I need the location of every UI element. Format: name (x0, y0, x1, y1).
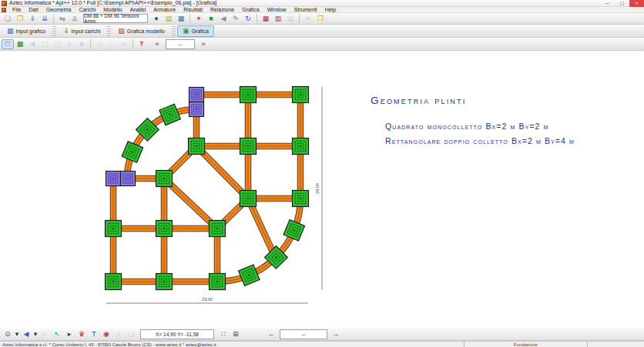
input-grafico-icon: ▦ (7, 28, 14, 35)
plinth[interactable] (283, 220, 304, 241)
refresh-view-icon: ↻ (245, 15, 251, 22)
save-all-button[interactable]: ⇊ (39, 14, 51, 24)
sound-button[interactable]: ◀ (217, 14, 230, 24)
drawing-canvas[interactable]: 29.0029.00 Geometria plinti Quadrato mon… (0, 51, 644, 328)
previous-view-button[interactable]: ◀ (20, 329, 32, 339)
rebar-table-button[interactable]: ▦ (260, 14, 272, 24)
menu-help[interactable]: Help (321, 7, 340, 13)
mdi-child-icon (2, 8, 6, 12)
mesh-colors-button[interactable]: ▦ (175, 14, 187, 24)
prev-plinth-button[interactable]: ← (265, 329, 277, 339)
prev-view-button[interactable]: « (151, 39, 163, 49)
plinth[interactable] (190, 102, 204, 117)
menu-grafica[interactable]: Grafica (238, 7, 263, 13)
new-file-button[interactable]: ❏ (2, 14, 14, 24)
plinth[interactable] (293, 87, 309, 103)
plinth[interactable] (240, 138, 257, 155)
norms-button[interactable]: Δ (69, 14, 81, 24)
toolbar-separator (132, 39, 133, 48)
menu-strumenti[interactable]: Strumenti (290, 7, 321, 13)
menu-armature[interactable]: Armature (149, 7, 179, 13)
plinth[interactable] (121, 172, 136, 186)
menu-analisi[interactable]: Analisi (126, 7, 150, 13)
plinth[interactable] (156, 171, 173, 187)
menu-dati[interactable]: Dati (25, 7, 42, 13)
menu-file[interactable]: File (8, 7, 25, 13)
tab-input-grafico[interactable]: ▦Input grafico (2, 25, 51, 37)
units-icon: kg (59, 15, 65, 22)
zoom-menu-arrow-icon: ▾ (15, 331, 19, 338)
view-legend-icon: ▩ (17, 41, 24, 48)
zoom-menu-arrow-button[interactable]: ▾ (14, 329, 20, 339)
plinth[interactable] (240, 191, 257, 207)
view-legend-button[interactable]: ▩ (14, 39, 26, 49)
notes-button[interactable]: ❐ (314, 14, 327, 24)
menu-window[interactable]: Window (263, 7, 290, 13)
tab-grafica-modello[interactable]: ▨Grafica modello (112, 25, 170, 37)
plinth[interactable] (210, 221, 226, 237)
rebar-list-button[interactable]: ▥ (272, 14, 284, 24)
minimize-button[interactable]: — (600, 0, 615, 7)
dynamic-pan-button[interactable]: ↖ (51, 329, 63, 339)
open-file-icon: ❒ (17, 15, 23, 22)
toolbar-separator (299, 14, 300, 23)
menu-relazione[interactable]: Relazione (206, 7, 238, 13)
plinth[interactable] (210, 274, 226, 290)
plinth[interactable] (156, 274, 173, 290)
plinth[interactable] (239, 265, 260, 285)
plinth-symbol-button[interactable]: Ŧ (136, 39, 148, 49)
next-plinth-button[interactable]: → (330, 329, 342, 339)
rebar-table-icon: ▦ (263, 15, 270, 22)
menu-geometria[interactable]: Geometria (42, 7, 75, 13)
plinth[interactable] (156, 221, 173, 237)
view-selector[interactable]: -- (166, 39, 195, 49)
tab-grafica[interactable]: ▣Grafica (177, 25, 214, 37)
text-tool-button[interactable]: T (88, 329, 100, 339)
plinth[interactable] (240, 87, 257, 103)
layer-colors-button[interactable]: ▤ (163, 14, 175, 24)
edit-grid-button[interactable]: ✎ (230, 14, 242, 24)
plinth[interactable] (106, 172, 121, 186)
plinth-view-button[interactable]: ■ (205, 14, 217, 24)
norms-icon: Δ (72, 15, 77, 22)
open-file-button[interactable]: ❒ (14, 14, 26, 24)
save-file-button[interactable]: ⇓ (26, 14, 39, 24)
sphere-button[interactable]: ◉ (100, 329, 112, 339)
toolbar-bottom: ⊙▾◀▾↻↖▸♛T◉a❏ X= 14,90 Y= -11,58 ∷⊞ ← -- … (0, 328, 644, 341)
plinth-spec-rect: Rettangolare doppio colletto Bx=2 m By=4… (385, 136, 575, 145)
coords-mode-button[interactable]: ∷ (217, 329, 230, 339)
previous-view-icon: ◀ (24, 331, 29, 338)
grid-mode-button[interactable]: ⊞ (230, 329, 242, 339)
tab-input-carichi[interactable]: ⇓Input carichi (58, 25, 106, 37)
plinth[interactable] (189, 138, 205, 155)
norm-selector[interactable]: DM 88 + DM 96 Tensioni Amm. (83, 14, 148, 23)
crown-button[interactable]: ♛ (75, 329, 88, 339)
menu-risultati[interactable]: Risultati (179, 7, 206, 13)
zoom-button[interactable]: ⊙ (2, 329, 14, 339)
material-colors-button[interactable]: ● (150, 14, 163, 24)
element-selector[interactable]: -- (280, 329, 327, 339)
plinth[interactable] (293, 138, 309, 155)
sphere-icon: ◉ (103, 331, 109, 338)
close-button[interactable]: × (629, 0, 644, 7)
next-view-button[interactable]: » (197, 39, 210, 49)
plinth[interactable] (293, 191, 309, 207)
save-all-icon: ⇊ (42, 15, 48, 22)
select-square-button[interactable]: □ (2, 39, 14, 49)
plinth-spec-square: Quadrato monocolletto Bx=2 m By=2 m (385, 122, 548, 131)
maximize-button[interactable]: ▢ (615, 0, 629, 7)
plinth[interactable] (159, 104, 180, 125)
refresh-view-button[interactable]: ↻ (242, 14, 254, 24)
plinth[interactable] (122, 142, 143, 162)
plinth[interactable] (106, 274, 122, 290)
find-button[interactable]: ✶ (193, 14, 205, 24)
fly-button[interactable]: ▸ (63, 329, 75, 339)
company-info: Aztec Informatica s.r.l. * Corso Umberto… (0, 342, 464, 347)
units-button[interactable]: kg (56, 14, 69, 24)
rebar-edit-icon: ▤ (287, 15, 294, 22)
menu-carichi[interactable]: Carichi (75, 7, 99, 13)
previous-view-arrow-button[interactable]: ▾ (32, 329, 39, 339)
menu-modello[interactable]: Modello (99, 7, 126, 13)
plinth[interactable] (106, 221, 122, 237)
plinth[interactable] (190, 88, 204, 102)
